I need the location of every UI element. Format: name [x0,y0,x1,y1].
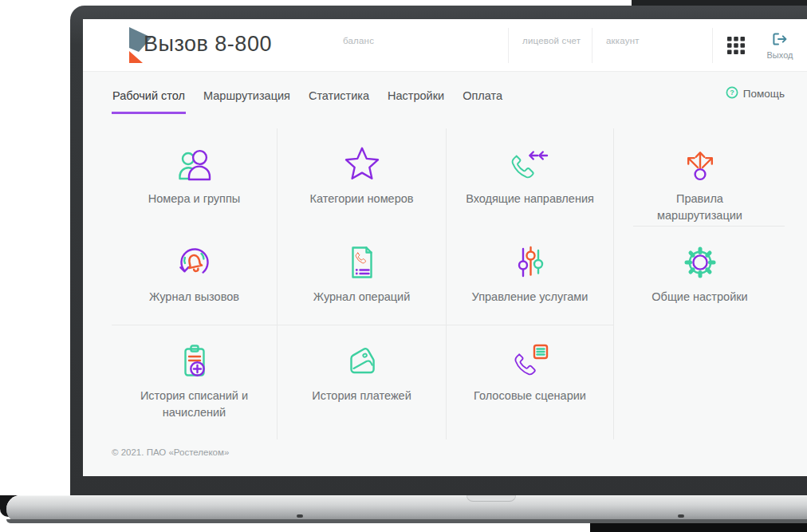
apps-grid-icon [727,45,745,57]
tile-call-log[interactable]: Журнал вызовов [112,227,277,325]
logout-icon [772,32,788,48]
laptop-foot [678,514,684,518]
tile-payment-history[interactable]: История платежей [278,325,446,439]
tile-charges-history[interactable]: История списаний и начислений [112,325,277,439]
tile-label: Номера и группы [148,191,240,207]
users-icon [174,145,215,183]
header-divider [508,28,509,63]
tile-label: Общие настройки [652,289,747,305]
laptop-lid-notch [466,495,516,502]
sliders-icon [510,243,551,282]
app-screen: Вызов 8-800 баланс лицевой счет аккаунт [83,19,807,476]
tab-desktop[interactable]: Рабочий стол [112,89,186,114]
tile-label: Категории номеров [310,191,414,207]
tile-routing-rules[interactable]: Правила маршрутизации [614,128,785,227]
incoming-call-icon [510,145,551,183]
tile-incoming-directions[interactable]: Входящие направления [447,128,613,227]
clipboard-plus-icon [174,342,215,380]
tile-voice-scenarios[interactable]: Голосовые сценарии [447,325,613,439]
empty-cell [614,325,785,439]
tile-numbers-groups[interactable]: Номера и группы [112,128,277,227]
star-icon [341,145,383,183]
dashboard-grid: Номера и группы Категории номеров [112,128,785,439]
laptop-mockup: Вызов 8-800 баланс лицевой счет аккаунт [0,0,807,532]
tile-label: История платежей [312,388,411,404]
tile-label: Управление услугами [472,289,589,305]
tile-label: Журнал операций [313,289,411,305]
header-divider [712,28,713,63]
routing-arrows-icon [679,145,721,183]
svg-text:?: ? [730,89,734,97]
tile-number-categories[interactable]: Категории номеров [278,128,446,227]
tile-label: Правила маршрутизации [633,191,767,223]
tile-operations-log[interactable]: Журнал операций [278,227,446,325]
tile-label: Голосовые сценарии [474,388,586,404]
wallet-icon [341,342,383,380]
app-body: Рабочий стол Маршрутизация Статистика На… [83,72,807,476]
tile-general-settings[interactable]: Общие настройки [614,227,785,325]
laptop-foot [297,514,303,518]
tab-statistics[interactable]: Статистика [308,89,370,114]
main-navigation: Рабочий стол Маршрутизация Статистика На… [83,72,807,114]
question-circle-icon: ? [726,86,738,101]
operations-document-icon [341,243,383,282]
tab-settings[interactable]: Настройки [387,89,445,114]
tile-label: История списаний и начислений [128,388,262,420]
help-label: Помощь [743,88,785,100]
logout-label: Выход [767,50,793,60]
tab-payment[interactable]: Оплата [462,89,503,114]
tile-service-management[interactable]: Управление услугами [447,227,613,325]
apps-grid-button[interactable] [726,37,746,56]
app-header: Вызов 8-800 баланс лицевой счет аккаунт [83,19,807,72]
copyright: © 2021. ПАО «Ростелеком» [112,447,807,457]
help-link[interactable]: ? Помощь [726,86,785,101]
gear-icon [679,243,721,282]
tile-label: Журнал вызовов [149,289,239,305]
account-label: аккаунт [606,36,640,45]
call-log-bell-icon [174,243,215,282]
laptop-base [6,495,807,523]
personal-account-label: лицевой счет [522,36,581,45]
balance-label: баланс [343,36,374,45]
voice-script-icon [510,342,551,380]
tab-routing[interactable]: Маршрутизация [203,89,291,114]
app-title: Вызов 8-800 [144,32,272,57]
header-divider [592,28,592,63]
logout-button[interactable]: Выход [754,32,805,60]
tile-label: Входящие направления [466,191,594,207]
